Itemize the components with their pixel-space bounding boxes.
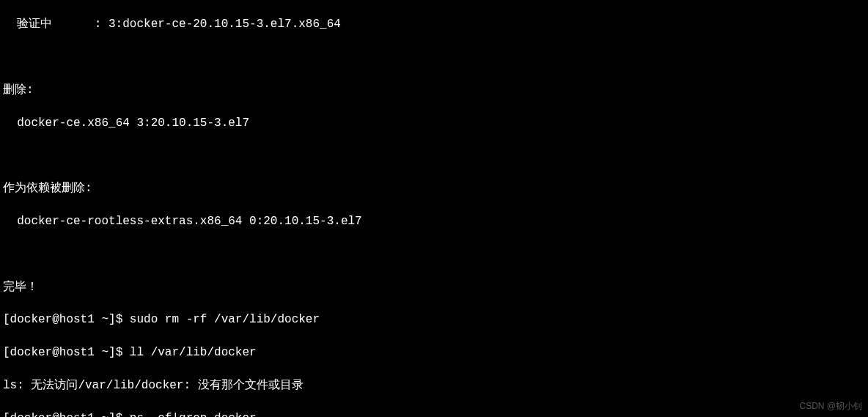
output-line: 完毕！ <box>3 279 865 295</box>
prompt-line: [docker@host1 ~]$ ps -ef|grep docker <box>3 410 865 417</box>
prompt: [docker@host1 ~]$ <box>3 346 130 359</box>
output-line: docker-ce.x86_64 3:20.10.15-3.el7 <box>3 115 865 131</box>
command-text: sudo rm -rf /var/lib/docker <box>130 313 320 326</box>
blank-line <box>3 49 865 65</box>
output-line: 删除: <box>3 82 865 98</box>
blank-line <box>3 148 865 164</box>
prompt-line: [docker@host1 ~]$ ll /var/lib/docker <box>3 344 865 361</box>
output-line: 作为依赖被删除: <box>3 180 865 196</box>
prompt: [docker@host1 ~]$ <box>3 313 130 326</box>
prompt: [docker@host1 ~]$ <box>3 412 130 417</box>
output-line: 验证中 : 3:docker-ce-20.10.15-3.el7.x86_64 <box>3 16 865 32</box>
terminal-output[interactable]: 验证中 : 3:docker-ce-20.10.15-3.el7.x86_64 … <box>0 0 868 417</box>
command-text: ps -ef|grep docker <box>130 412 257 417</box>
watermark-text: CSDN @韧小钊 <box>799 400 862 413</box>
prompt-line: [docker@host1 ~]$ sudo rm -rf /var/lib/d… <box>3 311 865 328</box>
command-text: ll /var/lib/docker <box>130 346 257 359</box>
output-line: docker-ce-rootless-extras.x86_64 0:20.10… <box>3 213 865 229</box>
blank-line <box>3 246 865 262</box>
output-line: ls: 无法访问/var/lib/docker: 没有那个文件或目录 <box>3 377 865 394</box>
